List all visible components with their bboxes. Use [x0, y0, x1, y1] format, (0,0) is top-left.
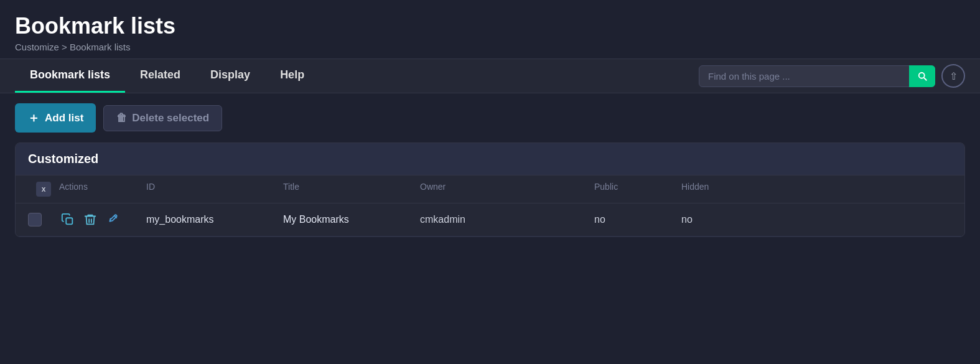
- column-header-title: Title: [283, 182, 420, 197]
- plus-icon: ＋: [27, 110, 40, 126]
- cell-hidden: no: [681, 214, 768, 225]
- cell-title: My Bookmarks: [283, 214, 420, 225]
- table-row: my_bookmarks My Bookmarks cmkadmin no no: [16, 203, 964, 236]
- row-checkbox[interactable]: [28, 213, 42, 226]
- cell-owner: cmkadmin: [420, 214, 594, 225]
- copy-svg-icon: [61, 213, 75, 226]
- svg-rect-0: [66, 218, 72, 224]
- table-container: x Actions ID Title Owner Public Hidden: [16, 175, 964, 236]
- search-button[interactable]: [909, 65, 935, 87]
- section-card: Customized x Actions ID Title Owner Publ…: [15, 142, 965, 237]
- table-header-row: x Actions ID Title Owner Public Hidden: [16, 175, 964, 203]
- search-container: [699, 65, 935, 87]
- row-checkbox-cell: [28, 213, 59, 226]
- trash-svg-icon: [83, 213, 97, 226]
- tab-bookmark-lists[interactable]: Bookmark lists: [15, 59, 125, 93]
- section-header: Customized: [16, 143, 964, 175]
- column-header-id: ID: [146, 182, 283, 197]
- toolbar: ＋ Add list 🗑 Delete selected: [0, 93, 980, 142]
- copy-action-icon[interactable]: [59, 211, 77, 228]
- column-header-select: x: [28, 182, 59, 197]
- cell-public: no: [594, 214, 681, 225]
- page-header: Bookmark lists Customize > Bookmark list…: [0, 0, 980, 58]
- search-input[interactable]: [699, 65, 935, 87]
- column-header-actions: Actions: [59, 182, 146, 197]
- edit-row-icon[interactable]: [104, 211, 121, 228]
- breadcrumb: Customize > Bookmark lists: [15, 42, 965, 52]
- chevron-up-icon: ⇧: [950, 70, 958, 82]
- page-title: Bookmark lists: [15, 12, 965, 39]
- collapse-button[interactable]: ⇧: [941, 64, 965, 88]
- row-actions: [59, 211, 146, 228]
- column-header-owner: Owner: [420, 182, 594, 197]
- tab-display[interactable]: Display: [195, 59, 265, 93]
- column-header-hidden: Hidden: [681, 182, 768, 197]
- tab-help[interactable]: Help: [265, 59, 319, 93]
- delete-selected-button[interactable]: 🗑 Delete selected: [103, 105, 222, 131]
- delete-row-icon[interactable]: [82, 211, 99, 228]
- column-header-public: Public: [594, 182, 681, 197]
- select-all-checkbox[interactable]: x: [36, 182, 51, 197]
- delete-icon: 🗑: [116, 112, 127, 124]
- content-area: Customized x Actions ID Title Owner Publ…: [0, 142, 980, 252]
- search-icon: [917, 70, 928, 82]
- nav-bar: Bookmark lists Related Display Help ⇧: [0, 58, 980, 93]
- cell-id: my_bookmarks: [146, 214, 283, 225]
- add-list-button[interactable]: ＋ Add list: [15, 103, 96, 133]
- nav-search-area: ⇧: [699, 64, 965, 88]
- tab-related[interactable]: Related: [125, 59, 195, 93]
- pencil-svg-icon: [106, 213, 119, 226]
